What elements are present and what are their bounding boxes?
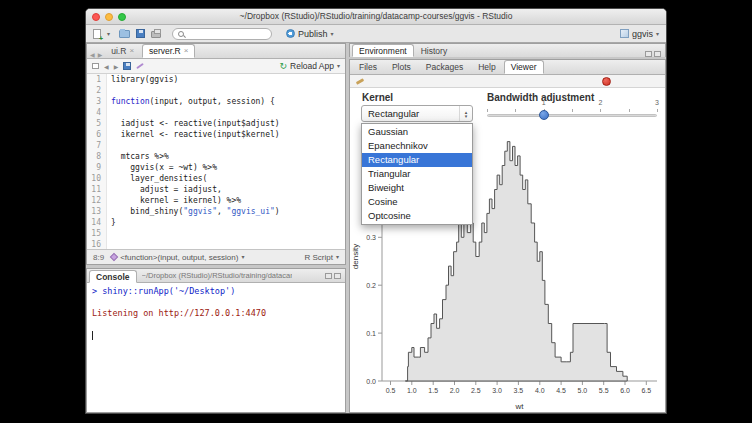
print-icon[interactable]: [151, 31, 161, 38]
close-icon[interactable]: ×: [129, 45, 134, 57]
code-line[interactable]: 13 bind_shiny("ggvis", "ggvis_ui"): [87, 206, 345, 217]
slider-tick: [515, 109, 516, 112]
publish-button[interactable]: Publish ▾: [286, 29, 334, 39]
code-line[interactable]: 5 iadjust <- reactive(input$adjust): [87, 118, 345, 129]
code-line[interactable]: 9 ggvis(x = ~wt) %>%: [87, 162, 345, 173]
tab-label: Files: [359, 61, 377, 73]
code-tools-icon[interactable]: [136, 63, 144, 69]
code-line[interactable]: 7: [87, 140, 345, 151]
popout-icon[interactable]: [92, 63, 99, 69]
kernel-option[interactable]: Triangular: [362, 167, 472, 181]
kernel-option[interactable]: Optcosine: [362, 209, 472, 223]
kernel-option-selected[interactable]: Rectangular: [362, 153, 472, 167]
line-number: 14: [87, 217, 107, 228]
tab-help[interactable]: Help: [471, 60, 502, 74]
caret-down-icon[interactable]: ▾: [337, 63, 340, 69]
scope-selector[interactable]: <function>(input, output, session) ▾: [111, 253, 244, 262]
code-text: mtcars %>%: [107, 151, 169, 162]
code-line[interactable]: 1library(ggvis): [87, 74, 345, 85]
tab-viewer[interactable]: Viewer: [504, 60, 544, 74]
code-text: ikernel <- reactive(input$kernel): [107, 129, 280, 140]
nav-forward-icon[interactable]: ▶: [97, 51, 104, 58]
slider-handle[interactable]: [539, 110, 549, 120]
code-line[interactable]: 14}: [87, 217, 345, 228]
back-icon[interactable]: ◀: [104, 63, 109, 70]
console-line: > shiny::runApp('~/Desktop'): [92, 286, 340, 297]
reload-app-button[interactable]: ↻ Reload App ▾: [279, 61, 340, 71]
console-line: Listening on http://127.0.0.1:4470: [92, 308, 340, 319]
clear-viewer-icon[interactable]: [356, 78, 364, 85]
line-number: 8: [87, 151, 107, 162]
y-axis-label: density: [351, 244, 360, 269]
line-number: 15: [87, 228, 107, 239]
code-line[interactable]: 4: [87, 107, 345, 118]
x-tick-label: 4.0: [535, 387, 545, 394]
kernel-select[interactable]: Rectangular ▴ ▾: [361, 105, 473, 122]
kernel-select-value: Rectangular: [368, 108, 419, 119]
save-file-icon[interactable]: [123, 62, 131, 70]
tab-ui-r[interactable]: ui.R ×: [104, 44, 141, 58]
code-line[interactable]: 11 adjust = iadjust,: [87, 184, 345, 195]
right-column: Environment History Files Plots Packages…: [349, 43, 666, 413]
slider-ticks: 123: [487, 100, 657, 126]
tab-server-r[interactable]: server.R ×: [142, 44, 195, 58]
close-window-button[interactable]: [92, 13, 100, 21]
tab-environment[interactable]: Environment: [352, 44, 414, 57]
goto-file-search[interactable]: [172, 28, 272, 40]
window-titlebar[interactable]: ~/Dropbox (RStudio)/RStudio/training/dat…: [86, 9, 666, 25]
minimize-window-button[interactable]: [105, 13, 113, 21]
publish-label: Publish: [298, 29, 328, 39]
line-number: 13: [87, 206, 107, 217]
code-text: library(ggvis): [107, 74, 178, 85]
tab-packages[interactable]: Packages: [419, 60, 470, 74]
tab-console[interactable]: Console: [89, 270, 137, 283]
code-line[interactable]: 3function(input, output, session) {: [87, 96, 345, 107]
file-type-button[interactable]: R Script ▾: [305, 253, 339, 262]
minimize-pane-icon[interactable]: [325, 273, 332, 279]
open-file-icon[interactable]: [119, 30, 130, 38]
line-number: 4: [87, 107, 107, 118]
kernel-option[interactable]: Epanechnikov: [362, 139, 472, 153]
maximize-pane-icon[interactable]: [654, 51, 661, 57]
console-header: Console ~/Dropbox (RStudio)/RStudio/trai…: [87, 269, 345, 283]
x-tick-label: 6.0: [620, 387, 630, 394]
forward-icon[interactable]: ▶: [114, 63, 119, 70]
slider-track[interactable]: [487, 114, 657, 117]
slider-tick: [629, 109, 630, 112]
tab-history[interactable]: History: [414, 44, 454, 57]
kernel-option[interactable]: Biweight: [362, 181, 472, 195]
console-line: [92, 297, 340, 308]
new-file-caret-icon[interactable]: ▾: [107, 31, 110, 37]
workbench: ◀ ▶ ui.R × server.R × ◀ ▶: [86, 43, 666, 413]
line-number: 12: [87, 195, 107, 206]
code-line[interactable]: 16: [87, 239, 345, 249]
nav-back-icon[interactable]: ◀: [89, 51, 96, 58]
console-output[interactable]: > shiny::runApp('~/Desktop') Listening o…: [87, 283, 345, 412]
save-icon[interactable]: [136, 29, 145, 38]
kernel-option[interactable]: Gaussian: [362, 125, 472, 139]
code-line[interactable]: 12 kernel = ikernel) %>%: [87, 195, 345, 206]
tab-files[interactable]: Files: [352, 60, 384, 74]
minimize-pane-icon[interactable]: [645, 51, 652, 57]
code-area[interactable]: 1library(ggvis)2 3function(input, output…: [87, 74, 345, 249]
code-line[interactable]: 2: [87, 85, 345, 96]
code-line[interactable]: 6 ikernel <- reactive(input$kernel): [87, 129, 345, 140]
x-tick-label: 5.5: [599, 387, 609, 394]
code-line[interactable]: 8 mtcars %>%: [87, 151, 345, 162]
stop-app-button[interactable]: [602, 77, 611, 86]
close-icon[interactable]: ×: [184, 45, 189, 57]
code-text: ggvis(x = ~wt) %>%: [107, 162, 217, 173]
code-line[interactable]: 15: [87, 228, 345, 239]
tab-plots[interactable]: Plots: [385, 60, 418, 74]
zoom-window-button[interactable]: [118, 13, 126, 21]
window-controls: [92, 13, 126, 21]
tab-label: ui.R: [111, 45, 126, 57]
project-menu-button[interactable]: ggvis ▾: [620, 29, 659, 39]
kernel-option[interactable]: Cosine: [362, 195, 472, 209]
bandwidth-slider[interactable]: 123: [487, 100, 657, 126]
new-file-icon[interactable]: [93, 29, 101, 39]
code-line[interactable]: 10 layer_densities(: [87, 173, 345, 184]
x-tick-label: 4.5: [556, 387, 566, 394]
maximize-pane-icon[interactable]: [334, 273, 341, 279]
x-tick-label: 2.0: [450, 387, 460, 394]
